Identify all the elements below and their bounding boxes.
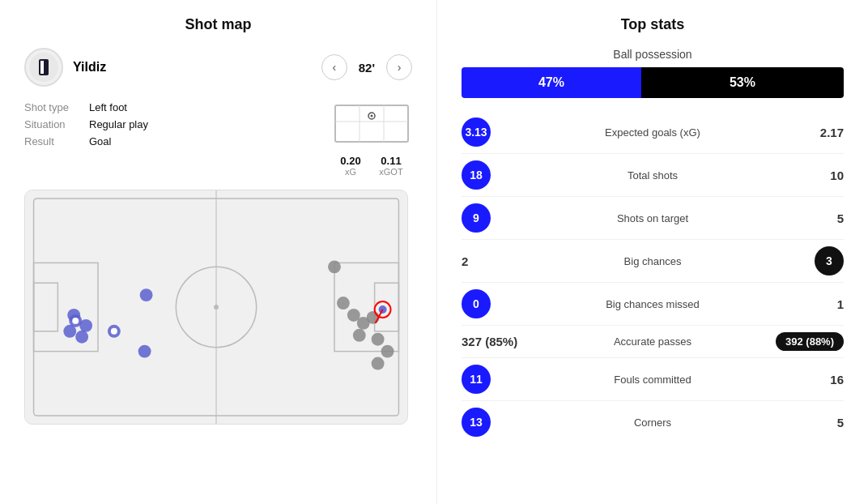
avatar [24, 48, 63, 87]
player-row: Yildiz ‹ 82' › [24, 48, 412, 87]
svg-point-35 [372, 357, 385, 370]
stat-right-1: 10 [763, 169, 844, 182]
svg-point-32 [353, 329, 366, 342]
ball-possession-label: Ball possession [462, 48, 844, 61]
left-panel-title: Shot map [24, 16, 412, 33]
svg-point-8 [371, 115, 373, 117]
result-label: Result [24, 135, 89, 147]
svg-point-27 [138, 345, 151, 358]
svg-rect-3 [335, 105, 408, 142]
stats-row: 327 (85%)Accurate passes392 (88%) [462, 326, 844, 358]
stat-right-plain-1: 10 [830, 169, 844, 182]
stats-row: 0Big chances missed1 [462, 283, 844, 326]
stat-label-7: Corners [542, 416, 763, 429]
stat-right-badge-dark-3: 3 [815, 246, 844, 275]
stat-right-6: 16 [763, 373, 844, 387]
stat-right-3: 3 [763, 246, 844, 275]
stat-left-6: 11 [462, 365, 542, 394]
situation-value: Regular play [89, 118, 148, 130]
possession-bar: 47% 53% [462, 67, 844, 98]
svg-point-33 [372, 333, 385, 346]
home-possession: 47% [462, 67, 641, 98]
stat-left-plain-3: 2 [462, 254, 468, 268]
result-row: Result Goal [24, 135, 307, 147]
svg-rect-2 [40, 61, 44, 74]
stat-right-plain-6: 16 [830, 373, 844, 387]
shot-type-row: Shot type Left foot [24, 101, 307, 113]
right-panel: Top stats Ball possession 47% 53% 3.13Ex… [437, 0, 868, 504]
svg-point-25 [111, 328, 117, 335]
stat-right-pill-5: 392 (88%) [776, 332, 844, 351]
stat-right-plain-2: 5 [837, 211, 844, 225]
stat-left-4: 0 [462, 289, 542, 318]
stat-label-6: Fouls committed [542, 374, 763, 386]
svg-point-26 [140, 288, 153, 301]
stat-label-3: Big chances [542, 255, 763, 267]
stat-right-2: 5 [763, 211, 844, 225]
stat-left-plain-5: 327 (85%) [462, 335, 517, 348]
minute-badge: 82' [359, 61, 375, 75]
svg-point-28 [337, 297, 350, 310]
xg-value: 0.20 [340, 155, 360, 167]
svg-point-21 [75, 331, 88, 344]
stat-right-4: 1 [763, 297, 844, 311]
stat-left-0: 3.13 [462, 117, 542, 147]
stat-left-1: 18 [462, 160, 542, 190]
stats-row: 3.13Expected goals (xG)2.17 [462, 111, 844, 154]
stat-left-badge-1: 18 [462, 160, 491, 190]
stat-left-badge-2: 9 [462, 203, 491, 233]
stat-right-plain-0: 2.17 [820, 126, 844, 139]
stat-label-2: Shots on target [542, 212, 763, 224]
stats-row: 9Shots on target5 [462, 197, 844, 240]
right-panel-title: Top stats [462, 16, 844, 33]
svg-point-23 [72, 318, 79, 324]
shot-type-value: Left foot [89, 101, 127, 113]
stats-container: 3.13Expected goals (xG)2.1718Total shots… [462, 111, 844, 443]
stats-row: 11Fouls committed16 [462, 358, 844, 401]
stat-label-1: Total shots [542, 169, 763, 182]
situation-label: Situation [24, 118, 89, 130]
stat-left-badge-7: 13 [462, 408, 491, 437]
xg-info: 0.20 xG 0.11 xGOT [331, 155, 412, 177]
goal-diagram: 0.20 xG 0.11 xGOT [331, 101, 412, 177]
stat-right-5: 392 (88%) [763, 332, 844, 351]
away-possession: 53% [641, 67, 844, 98]
stat-right-0: 2.17 [763, 126, 844, 139]
xgot-value: 0.11 [379, 155, 402, 167]
stat-left-5: 327 (85%) [462, 335, 542, 348]
stat-left-badge-4: 0 [462, 289, 491, 318]
stat-label-5: Accurate passes [542, 335, 763, 348]
pitch-svg [25, 190, 407, 424]
left-panel: Shot map Yildiz ‹ 82' › Shot type Left f… [0, 0, 437, 504]
goal-frame [331, 101, 412, 150]
svg-point-34 [381, 345, 394, 358]
player-name: Yildiz [73, 60, 321, 75]
shot-details: Shot type Left foot Situation Regular pl… [24, 101, 307, 177]
next-button[interactable]: › [386, 54, 412, 80]
stat-left-badge-0: 3.13 [462, 117, 491, 147]
stat-left-badge-6: 11 [462, 365, 491, 394]
svg-point-17 [214, 305, 219, 310]
stat-left-3: 2 [462, 254, 542, 268]
pitch-container [24, 190, 408, 425]
stat-right-plain-7: 5 [837, 416, 844, 429]
stat-label-0: Expected goals (xG) [542, 126, 763, 139]
result-value: Goal [89, 135, 111, 147]
stats-row: 18Total shots10 [462, 154, 844, 197]
stats-row: 13Corners5 [462, 401, 844, 443]
situation-row: Situation Regular play [24, 118, 307, 130]
stat-left-7: 13 [462, 408, 542, 437]
svg-point-36 [328, 260, 341, 273]
stat-left-2: 9 [462, 203, 542, 233]
stat-label-4: Big chances missed [542, 298, 763, 310]
shot-type-label: Shot type [24, 101, 89, 113]
shot-info: Shot type Left foot Situation Regular pl… [24, 101, 412, 177]
prev-button[interactable]: ‹ [321, 54, 347, 80]
stat-right-plain-4: 1 [837, 297, 844, 311]
xg-label: xG [340, 167, 360, 177]
xgot-label: xGOT [379, 167, 402, 177]
stats-row: 2Big chances3 [462, 240, 844, 283]
stat-right-7: 5 [763, 416, 844, 429]
